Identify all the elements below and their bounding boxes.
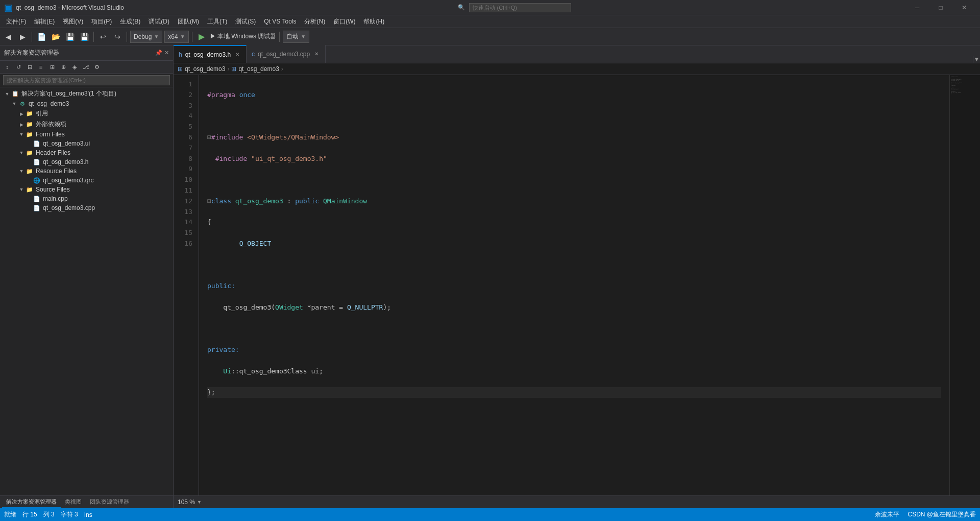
toolbar-open-btn[interactable]: 📂: [50, 31, 62, 43]
se-header: 解决方案资源管理器 📌 ✕: [0, 45, 173, 61]
se-pin-btn[interactable]: 📌: [155, 50, 162, 56]
vs-logo-icon: ▣: [4, 2, 13, 13]
close-button[interactable]: ✕: [952, 0, 976, 15]
menu-item-E[interactable]: 编辑(E): [30, 16, 59, 28]
restore-button[interactable]: □: [929, 0, 952, 15]
toolbar-sep3: [127, 32, 127, 42]
minimap: pragma once include QtWidgets include ui…: [949, 75, 980, 495]
editor-area: h qt_osg_demo3.h ✕ c qt_osg_demo3.cpp ✕ …: [174, 45, 980, 508]
menu-item-V[interactable]: 视图(V): [59, 16, 87, 28]
menu-item-P[interactable]: 项目(P): [87, 16, 116, 28]
bc-sep-2: ›: [281, 65, 283, 73]
se-settings-btn[interactable]: ⚙: [92, 62, 102, 72]
quick-launch-input[interactable]: [469, 3, 571, 12]
tree-item-11[interactable]: 📄main.cpp: [0, 194, 173, 203]
toolbar-config2-dropdown[interactable]: 自动 ▼: [283, 31, 309, 43]
se-sync-btn[interactable]: ↕: [2, 62, 12, 72]
toolbar-undo-btn[interactable]: ↩: [97, 31, 109, 43]
bc-item-2[interactable]: qt_osg_demo3: [238, 65, 279, 73]
zoom-arrow-icon: ▼: [197, 500, 202, 505]
tree-label-10: Source Files: [36, 186, 70, 193]
toolbar-save-btn[interactable]: 💾: [64, 31, 76, 43]
tree-item-9[interactable]: 🌐qt_osg_demo3.qrc: [0, 176, 173, 185]
se-expand-btn[interactable]: ⊕: [58, 62, 68, 72]
tree-item-10[interactable]: ▼📁Source Files: [0, 185, 173, 194]
tab-scroll-arrow[interactable]: ▼: [973, 56, 980, 63]
se-toolbar: ↕ ↺ ⊟ ≡ ⊞ ⊕ ◈ ⎇ ⚙: [0, 61, 173, 74]
se-tab-solution[interactable]: 解决方案资源管理器: [2, 496, 61, 508]
tree-label-0: 解决方案'qt_osg_demo3'(1 个项目): [21, 89, 116, 98]
tree-item-7[interactable]: 📄qt_osg_demo3.h: [0, 157, 173, 167]
quick-search-icon: 🔍: [458, 4, 465, 11]
se-search-input[interactable]: [3, 75, 170, 85]
tree-item-6[interactable]: ▼📁Header Files: [0, 148, 173, 157]
tree-item-4[interactable]: ▼📁Form Files: [0, 130, 173, 139]
code-content[interactable]: #pragma once ⊟#include <QtWidgets/QMainW…: [199, 75, 949, 495]
tree-item-8[interactable]: ▼📁Resource Files: [0, 167, 173, 176]
tree-item-3[interactable]: ▶📁外部依赖项: [0, 119, 173, 130]
bc-item-1[interactable]: qt_osg_demo3: [185, 65, 225, 73]
tree-label-3: 外部依赖项: [36, 120, 66, 129]
tree-label-1: qt_osg_demo3: [29, 100, 69, 107]
toolbar-back-btn[interactable]: ◀: [2, 31, 14, 43]
se-title: 解决方案资源管理器: [4, 49, 59, 57]
menu-item-W[interactable]: 窗口(W): [329, 16, 359, 28]
toolbar-sep5: [279, 32, 280, 42]
tree-item-1[interactable]: ▼⚙qt_osg_demo3: [0, 99, 173, 108]
tree-item-5[interactable]: 📄qt_osg_demo3.ui: [0, 139, 173, 148]
se-refresh-btn[interactable]: ↺: [13, 62, 23, 72]
menu-item-H[interactable]: 帮助(H): [359, 16, 388, 28]
se-tree: ▼📋解决方案'qt_osg_demo3'(1 个项目)▼⚙qt_osg_demo…: [0, 87, 173, 495]
toolbar-saveall-btn[interactable]: 💾: [78, 31, 90, 43]
tree-icon-1: ⚙: [18, 101, 27, 107]
code-editor: 12345 678910 1112131415 16 #pragma once …: [174, 75, 980, 495]
se-collapse-btn[interactable]: ⊟: [24, 62, 35, 72]
toolbar-new-btn[interactable]: 📄: [35, 31, 47, 43]
se-tab-classview[interactable]: 类视图: [61, 496, 86, 508]
menu-item-QtVSTools[interactable]: Qt VS Tools: [260, 16, 300, 27]
tree-label-6: Header Files: [36, 149, 70, 156]
tree-icon-6: 📁: [26, 150, 34, 156]
se-properties-btn[interactable]: ≡: [36, 62, 46, 72]
config2-label: 自动: [286, 32, 299, 41]
tree-arrow-10: ▼: [18, 187, 24, 192]
tree-icon-7: 📄: [33, 159, 41, 165]
tab-close-cpp[interactable]: ✕: [313, 51, 320, 58]
editor-tab-header-h[interactable]: h qt_osg_demo3.h ✕: [174, 45, 247, 63]
menu-item-F[interactable]: 文件(F): [2, 16, 30, 28]
se-git-btn[interactable]: ⎇: [81, 62, 91, 72]
bc-sep-1: ›: [227, 65, 229, 73]
se-close-btn[interactable]: ✕: [164, 50, 169, 56]
bc-icon2: ⊞: [231, 65, 236, 73]
tree-item-12[interactable]: 📄qt_osg_demo3.cpp: [0, 203, 173, 212]
tab-close-h[interactable]: ✕: [234, 51, 241, 58]
menu-item-B[interactable]: 生成(B): [116, 16, 144, 28]
editor-tab-header-cpp[interactable]: c qt_osg_demo3.cpp ✕: [247, 45, 326, 63]
toolbar-redo-btn[interactable]: ↪: [111, 31, 124, 43]
toolbar-platform-dropdown[interactable]: x64 ▼: [164, 31, 188, 43]
tree-icon-3: 📁: [26, 121, 34, 128]
toolbar-sep2: [93, 32, 94, 42]
se-filter-btn[interactable]: ⊞: [47, 62, 57, 72]
toolbar-config-dropdown[interactable]: Debug ▼: [130, 31, 162, 43]
zoom-control[interactable]: 105 % ▼: [178, 499, 202, 506]
se-tab-team[interactable]: 团队资源管理器: [86, 496, 133, 508]
tree-item-2[interactable]: ▶📁引用: [0, 108, 173, 119]
tree-label-11: main.cpp: [43, 195, 68, 202]
se-showfiles-btn[interactable]: ◈: [69, 62, 80, 72]
tree-icon-0: 📋: [11, 90, 19, 97]
editor-tabs: h qt_osg_demo3.h ✕ c qt_osg_demo3.cpp ✕ …: [174, 45, 980, 63]
toolbar-fwd-btn[interactable]: ▶: [16, 31, 29, 43]
tree-item-0[interactable]: ▼📋解决方案'qt_osg_demo3'(1 个项目): [0, 88, 173, 99]
menu-item-T[interactable]: 工具(T): [203, 16, 231, 28]
menu-item-M[interactable]: 团队(M): [174, 16, 203, 28]
bc-icon: ⊞: [178, 65, 183, 73]
tree-icon-5: 📄: [33, 140, 41, 147]
minimize-button[interactable]: ─: [905, 0, 929, 15]
menu-item-N[interactable]: 分析(N): [300, 16, 329, 28]
menu-item-D[interactable]: 调试(D): [144, 16, 174, 28]
tab-label-h: qt_osg_demo3.h: [185, 51, 231, 58]
toolbar-run-btn[interactable]: ▶: [195, 31, 208, 43]
menu-item-S[interactable]: 测试(S): [231, 16, 260, 28]
tree-icon-4: 📁: [26, 131, 34, 138]
